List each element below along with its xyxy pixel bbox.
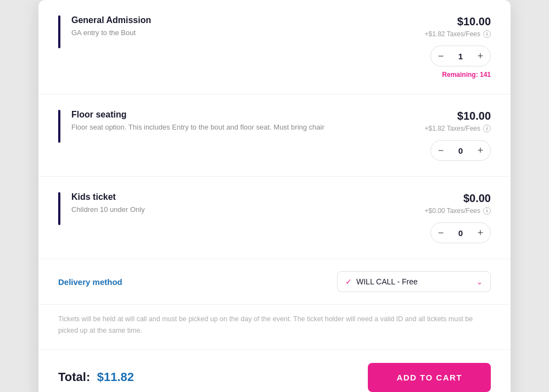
info-icon-kids-ticket[interactable]: i (483, 207, 491, 215)
ticket-price-floor-seating: $10.00 (457, 110, 491, 122)
total-area: Total: $11.82 (58, 370, 134, 384)
total-amount: $11.82 (97, 370, 134, 384)
ticket-card: General Admission GA entry to the Bout $… (38, 0, 511, 392)
ticket-tax-floor-seating: +$1.82 Taxes/Fees i (424, 125, 491, 132)
ticket-right-inner-floor-seating: $10.00 +$1.82 Taxes/Fees i − 0 + (424, 110, 491, 161)
ticket-tax-kids-ticket: +$0.00 Taxes/Fees i (424, 207, 491, 215)
qty-minus-kids-ticket[interactable]: − (431, 223, 451, 243)
qty-value-general-admission: 1 (451, 52, 470, 61)
ticket-name-general-admission: General Admission (71, 15, 381, 25)
remaining-general-admission: Remaining: 141 (442, 71, 491, 79)
ticket-desc-kids-ticket: Children 10 under Only (71, 205, 381, 214)
ticket-right-floor-seating: $10.00 +$1.82 Taxes/Fees i − 0 + (381, 110, 491, 161)
quantity-control-kids-ticket: − 0 + (430, 222, 491, 243)
footer-section: Total: $11.82 ADD TO CART (38, 350, 511, 393)
ticket-tax-general-admission: +$1.82 Taxes/Fees i (424, 30, 491, 38)
qty-minus-general-admission[interactable]: − (431, 46, 451, 66)
ticket-left-floor-seating: Floor seating Floor seat option. This in… (38, 110, 381, 143)
delivery-note: Tickets will be held at will call and mu… (58, 313, 491, 337)
chevron-down-icon: ⌄ (477, 278, 483, 286)
ticket-price-general-admission: $10.00 (457, 15, 491, 28)
add-to-cart-button[interactable]: ADD TO CART (368, 363, 491, 392)
qty-plus-kids-ticket[interactable]: + (470, 223, 490, 243)
ticket-right-inner-kids-ticket: $0.00 +$0.00 Taxes/Fees i − 0 + (424, 192, 491, 243)
qty-minus-floor-seating[interactable]: − (431, 141, 451, 160)
total-label: Total: (58, 370, 90, 384)
ticket-name-kids-ticket: Kids ticket (71, 192, 381, 202)
ticket-right-general-admission: $10.00 +$1.82 Taxes/Fees i − 1 + Remaini… (381, 15, 491, 79)
accent-bar-floor-seating (58, 110, 60, 143)
ticket-section-general-admission: General Admission GA entry to the Bout $… (38, 0, 511, 94)
tickets-container: General Admission GA entry to the Bout $… (38, 0, 511, 259)
qty-plus-floor-seating[interactable]: + (470, 141, 490, 160)
info-icon-floor-seating[interactable]: i (483, 125, 491, 132)
ticket-section-floor-seating: Floor seating Floor seat option. This in… (38, 94, 511, 177)
ticket-name-floor-seating: Floor seating (71, 110, 381, 120)
ticket-tax-text-general-admission: +$1.82 Taxes/Fees (424, 30, 480, 38)
ticket-tax-text-kids-ticket: +$0.00 Taxes/Fees (424, 207, 480, 215)
delivery-select[interactable]: ✓ WILL CALL - Free ⌄ (337, 271, 491, 292)
delivery-select-inner: ✓ WILL CALL - Free (345, 277, 418, 286)
ticket-right-inner-general-admission: $10.00 +$1.82 Taxes/Fees i − 1 + Remaini… (424, 15, 491, 79)
ticket-desc-floor-seating: Floor seat option. This includes Entry t… (71, 123, 381, 131)
qty-value-floor-seating: 0 (451, 146, 470, 155)
accent-bar-general-admission (58, 15, 60, 48)
info-icon-general-admission[interactable]: i (483, 30, 491, 38)
delivery-note-section: Tickets will be held at will call and mu… (38, 305, 511, 350)
ticket-desc-general-admission: GA entry to the Bout (71, 29, 381, 37)
qty-value-kids-ticket: 0 (451, 228, 470, 238)
quantity-control-floor-seating: − 0 + (430, 140, 491, 161)
check-icon: ✓ (345, 277, 352, 286)
ticket-price-kids-ticket: $0.00 (463, 192, 491, 205)
ticket-tax-text-floor-seating: +$1.82 Taxes/Fees (424, 125, 480, 132)
ticket-info-kids-ticket: Kids ticket Children 10 under Only (71, 192, 381, 225)
ticket-right-kids-ticket: $0.00 +$0.00 Taxes/Fees i − 0 + (381, 192, 491, 243)
ticket-left-general-admission: General Admission GA entry to the Bout (38, 15, 381, 48)
delivery-section: Delivery method ✓ WILL CALL - Free ⌄ (38, 259, 511, 305)
accent-bar-kids-ticket (58, 192, 60, 225)
ticket-info-floor-seating: Floor seating Floor seat option. This in… (71, 110, 381, 143)
ticket-info-general-admission: General Admission GA entry to the Bout (71, 15, 381, 48)
quantity-control-general-admission: − 1 + (430, 46, 491, 66)
qty-plus-general-admission[interactable]: + (470, 46, 490, 66)
ticket-section-kids-ticket: Kids ticket Children 10 under Only $0.00… (38, 177, 511, 259)
ticket-left-kids-ticket: Kids ticket Children 10 under Only (38, 192, 381, 225)
delivery-option-text: WILL CALL - Free (356, 277, 418, 286)
delivery-label: Delivery method (58, 277, 122, 287)
